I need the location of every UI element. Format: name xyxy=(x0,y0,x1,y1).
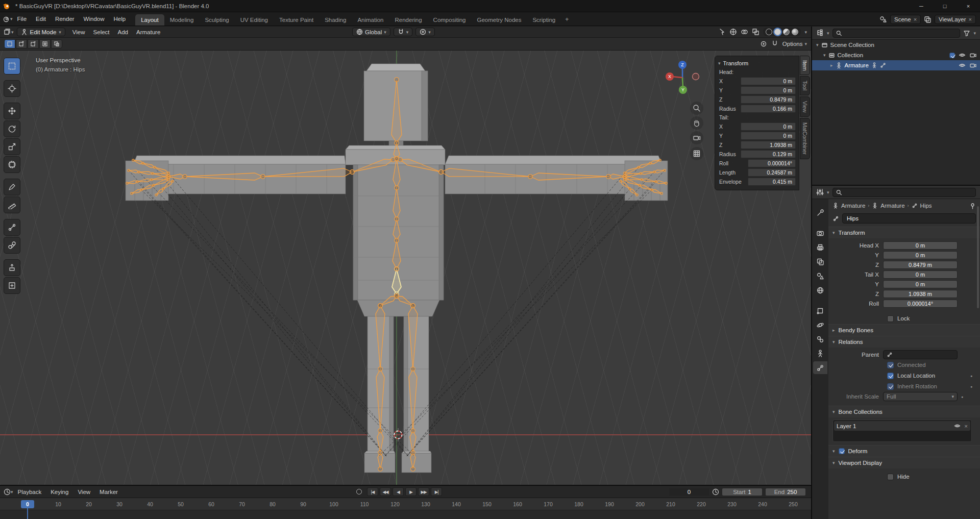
viewport-canvas[interactable]: .bone{stroke:#f09f45;stroke-width:1.3;fi… xyxy=(0,51,811,485)
viewport-menu-item[interactable]: Add xyxy=(114,28,132,36)
play-reverse-button[interactable]: ◀ xyxy=(393,487,404,496)
select-mode-intersect-button[interactable] xyxy=(51,39,62,48)
jump-to-end-button[interactable]: ▶| xyxy=(431,487,442,496)
tab-tool[interactable] xyxy=(813,206,827,219)
workspace-tab[interactable]: Texture Paint xyxy=(274,14,319,26)
outliner-search[interactable] xyxy=(832,29,961,38)
select-mode-invert-button[interactable] xyxy=(39,39,51,48)
workspace-tab[interactable]: Modeling xyxy=(164,14,200,26)
timeline-menu-item[interactable]: Keying xyxy=(46,487,73,497)
outliner-row-collection[interactable]: ▾ Collection xyxy=(812,50,980,60)
bone-name-input[interactable] xyxy=(842,213,976,224)
tab-output[interactable] xyxy=(813,241,827,254)
expand-icon[interactable]: ▸ xyxy=(830,63,833,68)
workspace-tab[interactable]: Scripting xyxy=(527,14,561,26)
hide-checkbox[interactable] xyxy=(887,474,894,480)
panel-deform[interactable]: ▾ Deform xyxy=(828,445,980,457)
tool-scale[interactable] xyxy=(4,138,20,155)
tool-bone-envelope[interactable] xyxy=(4,237,20,254)
viewport-menu-item[interactable]: View xyxy=(68,28,89,36)
transform-row[interactable]: Tail X0 m xyxy=(828,270,976,279)
overlays-icon[interactable] xyxy=(741,28,748,36)
npanel-row[interactable]: Radius0.166 m xyxy=(718,104,796,113)
tool-rotate[interactable] xyxy=(4,120,20,137)
panel-transform[interactable]: ▾ Transform xyxy=(828,227,980,238)
tab-render[interactable] xyxy=(813,227,827,239)
npanel-tab[interactable]: View xyxy=(800,96,810,117)
disable-render-camera-icon[interactable] xyxy=(969,62,976,69)
animate-dot[interactable]: ● xyxy=(958,395,967,399)
tab-armature-data[interactable] xyxy=(813,347,827,360)
tool-cursor[interactable] xyxy=(4,80,20,97)
tool-bone-roll[interactable] xyxy=(4,219,20,236)
tool-annotate[interactable] xyxy=(4,179,20,195)
workspace-tab[interactable]: Compositing xyxy=(428,14,472,26)
current-frame-field[interactable]: 0 xyxy=(669,488,709,496)
viewport-menu-item[interactable]: Armature xyxy=(132,28,164,36)
npanel-row[interactable]: Roll0.000014° xyxy=(718,159,796,167)
transform-orientation-dropdown[interactable]: Global ▾ xyxy=(352,28,390,36)
menu-item[interactable]: Window xyxy=(79,14,109,24)
transform-row[interactable]: Z0.8479 m xyxy=(828,260,976,269)
frame-end-field[interactable]: End250 xyxy=(765,488,806,496)
connected-checkbox[interactable] xyxy=(887,362,894,368)
scene-browse-icon[interactable] xyxy=(879,16,887,23)
tab-object[interactable] xyxy=(813,304,827,317)
hide-eye-icon[interactable] xyxy=(959,52,966,59)
lock-row[interactable]: Lock xyxy=(828,313,976,324)
expand-icon[interactable]: ▾ xyxy=(823,53,826,58)
inherit-scale-dropdown[interactable]: Full ▾ xyxy=(883,392,958,401)
filter-icon[interactable] xyxy=(963,30,970,37)
animate-dot[interactable]: ● xyxy=(967,374,976,378)
camera-view-button[interactable] xyxy=(690,131,703,144)
outliner-editor-icon[interactable] xyxy=(816,29,824,37)
tab-physics[interactable] xyxy=(813,318,827,331)
bone-collection-row[interactable]: Layer 1× xyxy=(834,421,970,431)
chevron-down-icon[interactable]: ▾ xyxy=(973,31,976,36)
show-gizmo-icon[interactable] xyxy=(729,28,737,36)
timeline-ruler[interactable]: 0102030405060708090100110120130140150160… xyxy=(0,498,811,510)
mode-dropdown[interactable]: Edit Mode ▾ xyxy=(17,28,65,36)
chevron-down-icon[interactable]: ▾ xyxy=(827,190,829,195)
jump-to-start-button[interactable]: |◀ xyxy=(367,487,378,496)
eye-icon[interactable] xyxy=(954,423,961,429)
toggle-ortho-button[interactable] xyxy=(690,147,703,160)
npanel-row[interactable]: Length0.24587 m xyxy=(718,168,796,177)
close-button[interactable]: × xyxy=(957,0,980,12)
workspace-tab[interactable]: Sculpting xyxy=(199,14,234,26)
npanel-row[interactable]: Y0 m xyxy=(718,131,796,140)
select-mode-subtract-button[interactable] xyxy=(28,39,39,48)
view-layer-icon[interactable] xyxy=(924,16,932,23)
workspace-tab[interactable]: Layout xyxy=(135,14,164,26)
next-keyframe-button[interactable]: ▶▶ xyxy=(418,487,429,496)
transform-pivot-icon[interactable] xyxy=(760,40,767,47)
tool-select-box[interactable] xyxy=(4,58,20,75)
tab-bone[interactable] xyxy=(813,361,827,374)
chevron-down-icon[interactable]: ▾ xyxy=(827,31,829,36)
minimize-button[interactable]: ─ xyxy=(910,0,933,12)
disable-render-camera-icon[interactable] xyxy=(969,52,976,59)
panel-relations[interactable]: ▾ Relations xyxy=(828,336,980,348)
workspace-tab[interactable]: Animation xyxy=(352,14,389,26)
selectability-icon[interactable] xyxy=(718,28,726,36)
panel-bone-collections[interactable]: ▾ Bone Collections xyxy=(828,406,980,417)
parent-dropdown[interactable] xyxy=(883,350,958,359)
maximize-button[interactable]: □ xyxy=(933,0,957,12)
workspace-tab[interactable]: Geometry Nodes xyxy=(472,14,527,26)
scrollbar[interactable] xyxy=(977,206,979,308)
remove-icon[interactable]: × xyxy=(964,423,968,429)
npanel-row[interactable]: Envelope0.415 m xyxy=(718,177,796,186)
timeline-menu-item[interactable]: Playback xyxy=(13,487,46,497)
tool-move[interactable] xyxy=(4,103,20,119)
menu-item[interactable]: Help xyxy=(109,14,131,24)
transform-row[interactable]: Y0 m xyxy=(828,251,976,260)
playhead[interactable]: 0 xyxy=(21,500,34,508)
npanel-tab[interactable]: Tool xyxy=(800,76,810,95)
unlink-scene-icon[interactable]: × xyxy=(914,16,917,22)
xray-toggle-icon[interactable] xyxy=(752,28,760,36)
tool-extrude-to-cursor[interactable] xyxy=(4,277,20,294)
npanel-row[interactable]: Z0.8479 m xyxy=(718,95,796,104)
inherit-rotation-checkbox[interactable] xyxy=(887,383,894,390)
pan-button[interactable] xyxy=(690,116,703,130)
deform-checkbox[interactable] xyxy=(839,448,845,454)
